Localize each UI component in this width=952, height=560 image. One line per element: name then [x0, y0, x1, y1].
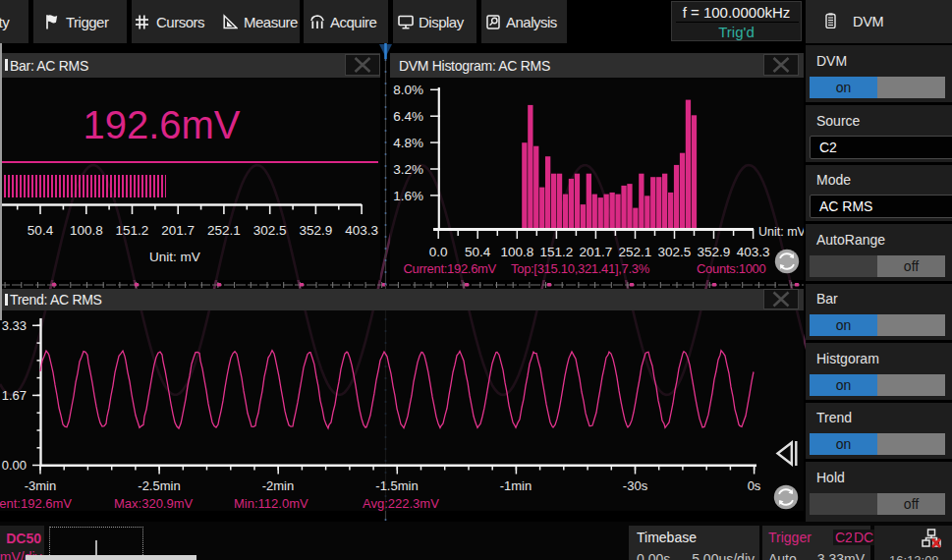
svg-text:8.0%: 8.0% — [393, 83, 423, 97]
svg-text:Current:192.6mV: Current:192.6mV — [404, 261, 497, 276]
svg-text:302.5: 302.5 — [253, 223, 287, 238]
svg-text:50.4: 50.4 — [465, 245, 491, 259]
svg-text:Unit: mV: Unit: mV — [758, 225, 804, 239]
svg-text:100.8: 100.8 — [500, 245, 533, 259]
svg-text:252.1: 252.1 — [207, 223, 241, 238]
svg-text:0.00: 0.00 — [2, 458, 27, 473]
svg-text:-3min: -3min — [25, 478, 57, 493]
svg-text:352.9: 352.9 — [300, 223, 333, 238]
svg-text:6.4%: 6.4% — [393, 109, 423, 124]
svg-text:Max:320.9mV: Max:320.9mV — [114, 496, 194, 511]
svg-text:Unit: mV: Unit: mV — [149, 250, 200, 264]
svg-text:50.4: 50.4 — [28, 223, 54, 238]
svg-text:201.7: 201.7 — [161, 223, 195, 238]
svg-text:403.3: 403.3 — [345, 223, 378, 238]
svg-text:Min:112.0mV: Min:112.0mV — [234, 496, 308, 511]
svg-text:252.1: 252.1 — [619, 245, 652, 259]
svg-text:201.7: 201.7 — [580, 245, 613, 259]
svg-text:3.33: 3.33 — [2, 318, 27, 333]
svg-text:302.5: 302.5 — [658, 245, 692, 259]
svg-text:1.67: 1.67 — [2, 388, 27, 403]
svg-text:-2.5min: -2.5min — [138, 478, 180, 493]
svg-text:Counts:1000: Counts:1000 — [697, 261, 765, 276]
svg-text:Top:[315.10,321.41],7.3%: Top:[315.10,321.41],7.3% — [511, 261, 650, 276]
svg-text:-1.5min: -1.5min — [375, 478, 418, 493]
svg-text:352.9: 352.9 — [698, 245, 731, 259]
svg-text:4.8%: 4.8% — [393, 136, 423, 150]
svg-text:Current:192.6mV: Current:192.6mV — [0, 496, 72, 511]
svg-text:403.3: 403.3 — [737, 245, 770, 259]
svg-text:-2min: -2min — [262, 478, 295, 493]
svg-text:151.2: 151.2 — [540, 245, 574, 259]
svg-text:0s: 0s — [748, 478, 761, 493]
svg-text:0.0: 0.0 — [429, 245, 448, 259]
svg-text:-30s: -30s — [623, 478, 648, 493]
svg-text:3.2%: 3.2% — [393, 162, 423, 177]
svg-text:100.8: 100.8 — [70, 223, 103, 238]
svg-text:1.6%: 1.6% — [393, 189, 423, 203]
svg-text:Avg:222.3mV: Avg:222.3mV — [363, 496, 439, 511]
svg-text:-1min: -1min — [500, 478, 532, 493]
svg-text:151.2: 151.2 — [116, 223, 149, 238]
